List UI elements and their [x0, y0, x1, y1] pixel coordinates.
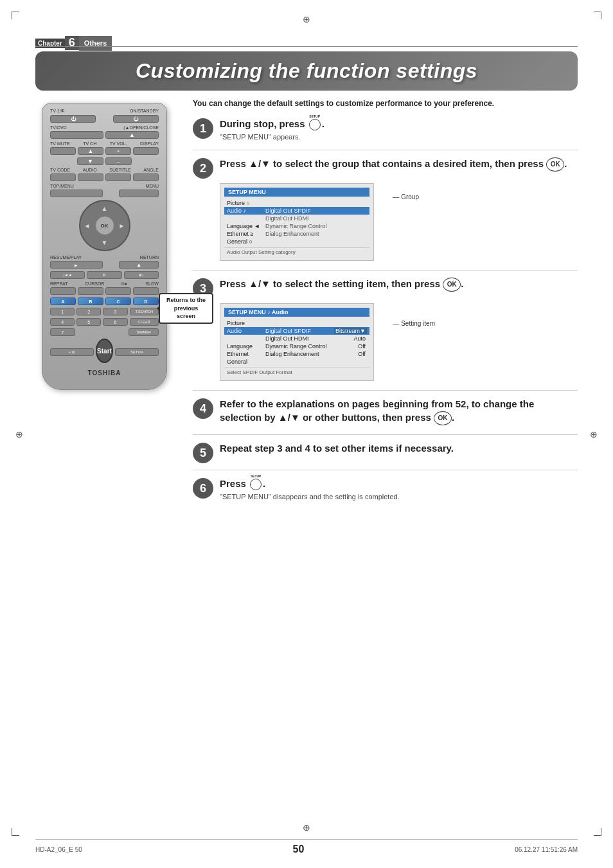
menu-row-language: Language ◄ Dynamic Range Control — [224, 222, 369, 230]
vol-up-btn[interactable]: + — [105, 147, 131, 155]
remote-top-labels: TV 1/Φ ON/STANDBY — [50, 109, 159, 113]
num-row2: 4 5 6 CLEAR — [50, 318, 159, 326]
next-btn[interactable]: ►| — [124, 271, 159, 279]
step-5-number: 5 — [193, 443, 213, 463]
menu-row-hdmi: Digital Out HDMI — [224, 215, 369, 222]
btn-d[interactable]: D — [133, 297, 159, 305]
btn-7[interactable]: 7 — [50, 328, 75, 336]
power-btn[interactable]: ⏻ — [50, 115, 96, 123]
vol-labels: TV MUTE TV CH TV VOL. DISPLAY — [50, 141, 159, 146]
steps-area: 1 During stop, press . "SETUP MENU" appe… — [193, 117, 578, 509]
vol-down-btn[interactable]: – — [105, 157, 132, 165]
chapter-header: Chapter 6 Others — [35, 36, 112, 51]
ok-button[interactable]: OK — [95, 216, 114, 235]
repeat-btn[interactable] — [50, 287, 76, 295]
angle-btn[interactable] — [133, 173, 159, 181]
nav-ring: ▲ ▼ ◄ ► OK — [79, 200, 130, 251]
setup-menu-group-img: SETUP MENU Picture ○ Audio ♪ Digital Out… — [220, 183, 374, 261]
chapter-number: 6 — [65, 36, 79, 50]
setting-menu-title-bar: SETUP MENU ♪ Audio — [224, 308, 369, 317]
remote-body: TV 1/Φ ON/STANDBY ⏻ ⏻ TV/DVD (▲OPEN/CLOS… — [42, 103, 167, 390]
vol-btn-row2: ▼ – — [50, 157, 159, 165]
returns-callout: Returns to the previous screen — [159, 293, 213, 324]
menu-bottom-note: Audio Output Setting category — [224, 247, 369, 256]
btn-2[interactable]: 2 — [76, 308, 101, 315]
cursor-btn[interactable] — [78, 287, 103, 295]
remote-container: TV 1/Φ ON/STANDBY ⏻ ⏻ TV/DVD (▲OPEN/CLOS… — [35, 98, 183, 516]
step-2-title: Press ▲/▼ to select the group that conta… — [220, 157, 578, 172]
transport-row: |◄◄ ⏸ ►| — [50, 271, 159, 279]
pause-btn[interactable]: ⏸ — [87, 271, 121, 279]
menu-row-picture: Picture ○ — [224, 199, 369, 207]
vol-btn-row: ▲ + — [50, 147, 159, 155]
page-title: Customizing the function settings — [136, 59, 477, 82]
start-btn[interactable]: Start — [96, 339, 113, 363]
tvcode-btn[interactable] — [50, 173, 76, 181]
cursor-labels: REPEAT CURSOR II► SLOW — [50, 281, 159, 286]
btn-a[interactable]: A — [50, 297, 76, 305]
dimmer-btn[interactable]: DIMMER — [129, 328, 159, 336]
footer-right: 06.12.27 11:51:26 AM — [515, 846, 578, 853]
resume-play-btn[interactable]: ▶ — [50, 261, 103, 269]
btn-3[interactable]: 3 — [103, 308, 127, 315]
setting-row-drc: Language Dynamic Range Control Off — [224, 342, 369, 350]
group-label: — Group — [393, 193, 419, 200]
ch-down-btn[interactable]: ▼ — [77, 157, 103, 165]
btn-1[interactable]: 1 — [50, 308, 75, 315]
menu-row-general: General ○ — [224, 238, 369, 245]
ok-btn-step4: OK — [434, 411, 452, 425]
ok-btn-step2: OK — [546, 157, 564, 172]
btn-5[interactable]: 5 — [76, 318, 101, 326]
reg-mark-bl — [12, 828, 19, 836]
btn-4[interactable]: 4 — [50, 318, 75, 326]
return-btn[interactable]: ▲ — [119, 261, 159, 269]
nav-down-arrow[interactable]: ▼ — [102, 239, 108, 246]
step-3: 3 Press ▲/▼ to select the setting item, … — [193, 277, 578, 391]
setup-remote-btn[interactable]: SETUP — [115, 348, 159, 356]
reg-mark-tr — [594, 12, 601, 19]
page-title-banner: Customizing the function settings — [35, 51, 578, 91]
crosshair-right — [589, 429, 599, 439]
plus10-btn[interactable]: +10 — [50, 348, 94, 356]
setting-row-spdif: Audio Digital Out SPDIF Bitstream▼ — [224, 327, 369, 335]
menu-title-bar: SETUP MENU — [224, 188, 369, 197]
btn-c[interactable]: C — [105, 297, 131, 305]
step-3-content: Press ▲/▼ to select the setting item, th… — [220, 277, 578, 384]
top-menu-btn[interactable] — [50, 190, 103, 197]
tvdvd-btn[interactable] — [50, 131, 103, 139]
step-5-content: Repeat step 3 and 4 to set other items i… — [220, 441, 578, 457]
prev-btn[interactable]: |◄◄ — [50, 271, 85, 279]
ok-btn-step3: OK — [443, 278, 461, 292]
setup-row: +10 Start SETUP — [50, 339, 159, 366]
step-5-title: Repeat step 3 and 4 to set other items i… — [220, 441, 578, 455]
nav-up-arrow[interactable]: ▲ — [102, 205, 108, 212]
setting-item-label: — Setting item — [393, 320, 435, 327]
step-4-title: Refer to the explanations on pages begin… — [220, 397, 578, 425]
step-btn[interactable] — [105, 287, 131, 295]
ch-up-btn[interactable]: ▲ — [78, 147, 103, 155]
mute-btn[interactable] — [50, 147, 76, 155]
main-content: You can change the default settings to c… — [35, 98, 578, 516]
btn-b[interactable]: B — [78, 297, 103, 305]
step-5: 5 Repeat step 3 and 4 to set other items… — [193, 441, 578, 470]
step-4-number: 4 — [193, 398, 213, 419]
step-2-number: 2 — [193, 158, 213, 179]
step-6-sub: "SETUP MENU" disappears and the setting … — [220, 493, 578, 500]
btn-6[interactable]: 6 — [103, 318, 127, 326]
crosshair-top — [301, 14, 312, 24]
display-btn[interactable] — [133, 147, 159, 155]
setting-row-picture: Picture — [224, 319, 369, 327]
abcd-row: A B C D — [50, 297, 159, 305]
clear-btn[interactable]: CLEAR — [130, 318, 159, 326]
nav-right-arrow[interactable]: ► — [119, 222, 125, 229]
nav-left-arrow[interactable]: ◄ — [84, 222, 91, 229]
eject-btn[interactable]: ▲ — [105, 131, 159, 139]
audio-btn[interactable] — [78, 173, 103, 181]
subtitle-btn[interactable] — [105, 173, 131, 181]
setting-row-hdmi: Digital Out HDMI Auto — [224, 335, 369, 342]
slow-btn[interactable] — [133, 287, 159, 295]
standby-btn[interactable]: ⏻ — [113, 115, 159, 123]
menu-btn[interactable] — [119, 190, 159, 197]
crosshair-left — [14, 429, 24, 439]
setting-menu-bottom-note: Select SPDIF Output Format — [224, 368, 369, 376]
